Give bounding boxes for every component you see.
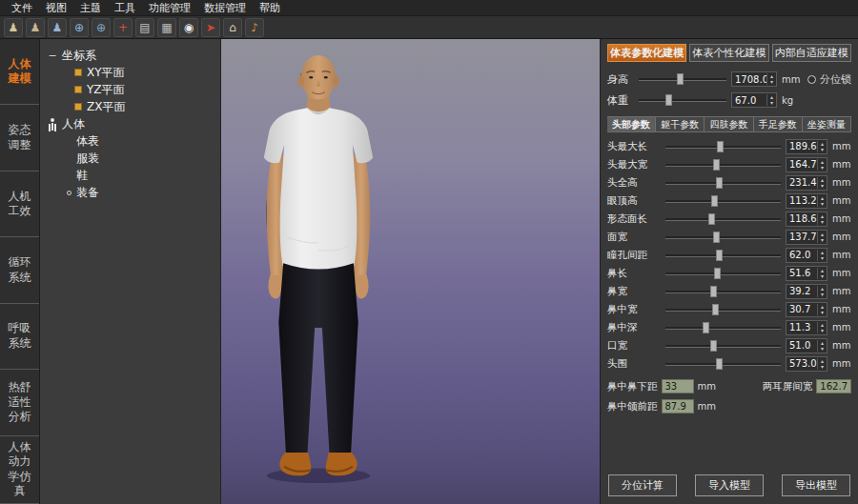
tree-node-equipment[interactable]: 装备 (44, 184, 216, 201)
spinner-arrows[interactable]: ▴▾ (817, 250, 827, 261)
viewport-3d[interactable] (221, 39, 601, 504)
slider-thumb[interactable] (716, 177, 723, 189)
weight-value-spinbox[interactable]: 67.0 ▴▾ (731, 92, 777, 108)
menu-item[interactable]: 工具 (109, 1, 141, 15)
param-slider[interactable] (665, 212, 781, 226)
menu-item[interactable]: 文件 (6, 1, 38, 15)
group-model-icon[interactable]: ♟ (48, 18, 67, 37)
spin-down-icon[interactable]: ▾ (821, 183, 824, 189)
param-value-spinbox[interactable]: 231.4 ▴▾ (786, 175, 827, 191)
param-value-spinbox[interactable]: 51.6 ▴▾ (786, 266, 827, 281)
spinner-arrows[interactable]: ▴▾ (817, 141, 827, 152)
spinner-arrows[interactable]: ▴▾ (817, 304, 827, 315)
spin-down-icon[interactable]: ▾ (821, 328, 824, 333)
spinner-arrows[interactable]: ▴▾ (766, 73, 776, 85)
slider-thumb[interactable] (708, 213, 715, 225)
spinner-arrows[interactable]: ▴▾ (766, 94, 776, 106)
tree-node-clothing[interactable]: 服装 (44, 150, 216, 167)
spinner-arrows[interactable]: ▴▾ (817, 268, 827, 279)
spin-down-icon[interactable]: ▾ (821, 201, 824, 207)
tree-node-coordinate-system[interactable]: − 坐标系 (44, 47, 216, 64)
modeling-tab[interactable]: 体表个性化建模 (689, 44, 768, 62)
eye-icon[interactable]: ◉ (179, 18, 198, 37)
spin-down-icon[interactable]: ▾ (821, 310, 824, 315)
collapse-icon[interactable]: − (48, 50, 57, 62)
param-value-spinbox[interactable]: 118.6 ▴▾ (786, 212, 827, 227)
height-value-spinbox[interactable]: 1708.0 ▴▾ (731, 71, 777, 87)
menu-item[interactable]: 数据管理 (198, 1, 252, 15)
import-model-button[interactable]: 导入模型 (695, 474, 764, 496)
slider-thumb[interactable] (677, 73, 684, 85)
grid-icon[interactable]: ▦ (157, 18, 176, 37)
height-slider[interactable] (639, 72, 726, 86)
slider-thumb[interactable] (710, 340, 717, 352)
spin-down-icon[interactable]: ▾ (821, 364, 824, 370)
spin-down-icon[interactable]: ▾ (821, 346, 824, 352)
sidebar-module-tab[interactable]: 人体动力学仿真 (0, 436, 39, 504)
slider-thumb[interactable] (716, 358, 723, 370)
param-slider[interactable] (665, 249, 781, 262)
param-value-spinbox[interactable]: 39.2 ▴▾ (786, 284, 827, 299)
spinner-arrows[interactable]: ▴▾ (817, 340, 827, 352)
sidebar-module-tab[interactable]: 姿态调整 (0, 105, 39, 171)
slider-thumb[interactable] (713, 232, 720, 243)
param-slider[interactable] (665, 339, 781, 353)
param-slider[interactable] (665, 321, 781, 334)
sidebar-module-tab[interactable]: 循环系统 (0, 237, 39, 303)
menu-item[interactable]: 视图 (40, 1, 72, 15)
spinner-arrows[interactable]: ▴▾ (817, 159, 827, 171)
tree-node-yz-plane[interactable]: YZ平面 (44, 81, 216, 98)
slider-thumb[interactable] (717, 141, 724, 152)
slider-thumb[interactable] (716, 250, 723, 261)
param-slider[interactable] (665, 140, 781, 153)
export-model-button[interactable]: 导出模型 (782, 474, 850, 496)
quantile-calc-button[interactable]: 分位计算 (608, 474, 677, 496)
helmet-icon[interactable]: ⌂ (223, 18, 242, 37)
param-value-spinbox[interactable]: 137.7 ▴▾ (786, 230, 827, 245)
quantile-lock-radio[interactable]: 分位锁 (807, 72, 851, 87)
param-value-spinbox[interactable]: 164.7 ▴▾ (786, 157, 827, 172)
spin-down-icon[interactable]: ▾ (770, 100, 773, 106)
param-slider[interactable] (665, 267, 781, 280)
run-motion-icon[interactable]: ➤ (201, 18, 220, 37)
male-model-icon[interactable]: ♟ (4, 18, 23, 37)
spin-down-icon[interactable]: ▾ (821, 237, 824, 243)
speaker-icon[interactable]: ♪ (245, 18, 264, 37)
spin-down-icon[interactable]: ▾ (821, 219, 824, 225)
param-slider[interactable] (665, 194, 781, 208)
spin-down-icon[interactable]: ▾ (821, 292, 824, 297)
param-slider[interactable] (665, 303, 781, 316)
menu-item[interactable]: 功能管理 (143, 1, 196, 15)
param-value-spinbox[interactable]: 113.2 ▴▾ (786, 193, 827, 209)
param-value-spinbox[interactable]: 62.0 ▴▾ (786, 248, 827, 263)
sidebar-module-tab[interactable]: 呼吸系统 (0, 304, 39, 370)
nose-chin-distance-value[interactable]: 33 (662, 379, 694, 393)
tree-node-xy-plane[interactable]: XY平面 (44, 64, 216, 81)
slider-thumb[interactable] (714, 268, 721, 279)
slider-thumb[interactable] (713, 159, 720, 171)
spinner-arrows[interactable]: ▴▾ (817, 195, 827, 207)
female-model-icon[interactable]: ♟ (26, 18, 45, 37)
tree-node-zx-plane[interactable]: ZX平面 (44, 98, 216, 115)
spinner-arrows[interactable]: ▴▾ (817, 358, 827, 370)
param-value-spinbox[interactable]: 573.0 ▴▾ (786, 356, 827, 372)
spin-down-icon[interactable]: ▾ (821, 147, 824, 152)
modeling-tab[interactable]: 内部自适应建模 (772, 44, 851, 62)
slider-thumb[interactable] (710, 286, 717, 297)
weight-slider[interactable] (639, 93, 726, 107)
slider-thumb[interactable] (711, 195, 718, 207)
spin-down-icon[interactable]: ▾ (821, 165, 824, 171)
spinner-arrows[interactable]: ▴▾ (817, 286, 827, 297)
mesh-body-icon[interactable]: ⊕ (92, 18, 111, 37)
sidebar-module-tab[interactable]: 人机工效 (0, 171, 39, 237)
param-slider[interactable] (665, 285, 781, 298)
modeling-tab[interactable]: 体表参数化建模 (607, 44, 686, 62)
spinner-arrows[interactable]: ▴▾ (817, 213, 827, 225)
tree-node-shoes[interactable]: 鞋 (44, 167, 216, 184)
param-value-spinbox[interactable]: 11.3 ▴▾ (786, 320, 827, 335)
spin-down-icon[interactable]: ▾ (821, 255, 824, 261)
tree-node-body-surface[interactable]: 体表 (44, 132, 216, 150)
menu-item[interactable]: 主题 (74, 1, 107, 15)
param-value-spinbox[interactable]: 189.6 ▴▾ (786, 139, 827, 154)
param-slider[interactable] (665, 176, 781, 190)
